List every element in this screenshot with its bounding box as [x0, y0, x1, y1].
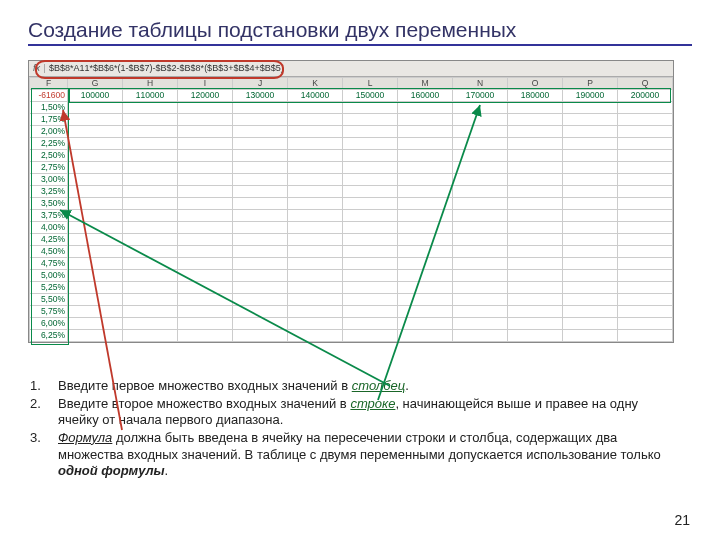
empty-cell — [68, 162, 123, 174]
empty-cell — [618, 222, 673, 234]
row-input-value: 180000 — [508, 90, 563, 102]
empty-cell — [398, 174, 453, 186]
column-input-value: 5,50% — [30, 294, 68, 306]
formula-text: $B$8*A11*$B$6*(1-$B$7)-$B$2-$B$8*($B$3+$… — [45, 64, 673, 73]
empty-cell — [343, 126, 398, 138]
empty-cell — [123, 186, 178, 198]
empty-cell — [68, 282, 123, 294]
empty-cell — [178, 246, 233, 258]
empty-cell — [453, 150, 508, 162]
empty-cell — [123, 162, 178, 174]
empty-cell — [233, 294, 288, 306]
empty-cell — [453, 222, 508, 234]
column-input-value: 6,25% — [30, 330, 68, 342]
empty-cell — [398, 186, 453, 198]
row-input-value: 190000 — [563, 90, 618, 102]
empty-cell — [288, 282, 343, 294]
list-text: Введите второе множество входных значени… — [58, 396, 670, 429]
list-text: Формула должна быть введена в ячейку на … — [58, 430, 670, 480]
list-number: 3. — [30, 430, 58, 480]
empty-cell — [563, 282, 618, 294]
list-number: 1. — [30, 378, 58, 395]
empty-cell — [398, 258, 453, 270]
empty-cell — [563, 318, 618, 330]
column-input-value: 3,00% — [30, 174, 68, 186]
empty-cell — [618, 282, 673, 294]
empty-cell — [398, 126, 453, 138]
row-input-value: 160000 — [398, 90, 453, 102]
empty-cell — [618, 270, 673, 282]
empty-cell — [288, 102, 343, 114]
empty-cell — [288, 246, 343, 258]
empty-cell — [398, 138, 453, 150]
empty-cell — [453, 330, 508, 342]
empty-cell — [123, 258, 178, 270]
empty-cell — [68, 138, 123, 150]
empty-cell — [398, 162, 453, 174]
row-input-value: 120000 — [178, 90, 233, 102]
empty-cell — [288, 186, 343, 198]
row-input-value: 140000 — [288, 90, 343, 102]
col-header: G — [68, 78, 123, 90]
empty-cell — [453, 258, 508, 270]
empty-cell — [508, 174, 563, 186]
empty-cell — [563, 246, 618, 258]
empty-cell — [398, 246, 453, 258]
empty-cell — [288, 162, 343, 174]
empty-cell — [508, 222, 563, 234]
empty-cell — [288, 126, 343, 138]
empty-cell — [233, 246, 288, 258]
empty-cell — [68, 186, 123, 198]
spreadsheet: fx $B$8*A11*$B$6*(1-$B$7)-$B$2-$B$8*($B$… — [28, 60, 674, 343]
column-input-value: 2,00% — [30, 126, 68, 138]
empty-cell — [508, 150, 563, 162]
fx-icon: fx — [29, 64, 45, 73]
empty-cell — [398, 198, 453, 210]
empty-cell — [618, 318, 673, 330]
empty-cell — [508, 246, 563, 258]
empty-cell — [398, 234, 453, 246]
empty-cell — [68, 126, 123, 138]
empty-cell — [563, 198, 618, 210]
empty-cell — [618, 234, 673, 246]
empty-cell — [123, 246, 178, 258]
empty-cell — [288, 150, 343, 162]
empty-cell — [178, 114, 233, 126]
empty-cell — [453, 102, 508, 114]
empty-cell — [178, 210, 233, 222]
empty-cell — [68, 330, 123, 342]
empty-cell — [123, 282, 178, 294]
empty-cell — [508, 330, 563, 342]
empty-cell — [343, 330, 398, 342]
column-input-value: 5,25% — [30, 282, 68, 294]
empty-cell — [343, 102, 398, 114]
empty-cell — [398, 330, 453, 342]
col-header: M — [398, 78, 453, 90]
empty-cell — [343, 150, 398, 162]
empty-cell — [563, 174, 618, 186]
empty-cell — [563, 126, 618, 138]
empty-cell — [288, 138, 343, 150]
page-number: 21 — [674, 512, 690, 528]
empty-cell — [453, 294, 508, 306]
col-header: F — [30, 78, 68, 90]
empty-cell — [178, 270, 233, 282]
empty-cell — [508, 234, 563, 246]
empty-cell — [233, 174, 288, 186]
empty-cell — [288, 330, 343, 342]
empty-cell — [398, 318, 453, 330]
empty-cell — [508, 306, 563, 318]
column-input-value: 5,00% — [30, 270, 68, 282]
empty-cell — [563, 114, 618, 126]
empty-cell — [453, 186, 508, 198]
empty-cell — [398, 270, 453, 282]
empty-cell — [233, 102, 288, 114]
empty-cell — [343, 306, 398, 318]
title-underline — [28, 44, 692, 46]
empty-cell — [508, 282, 563, 294]
empty-cell — [178, 186, 233, 198]
empty-cell — [178, 102, 233, 114]
empty-cell — [68, 210, 123, 222]
instruction-list: 1. Введите первое множество входных знач… — [30, 378, 670, 481]
empty-cell — [343, 282, 398, 294]
